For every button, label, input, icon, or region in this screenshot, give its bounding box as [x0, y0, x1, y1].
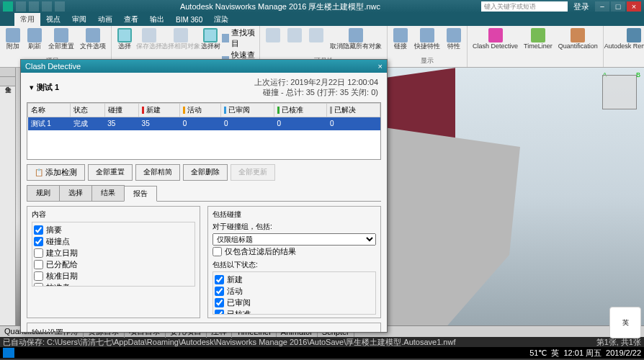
- app-menu-icon[interactable]: [3, 1, 13, 12]
- links-button[interactable]: 链接: [390, 27, 411, 51]
- selection-tree-button[interactable]: 选择树: [200, 27, 220, 51]
- tab-render[interactable]: 渲染: [208, 13, 234, 26]
- hide-unselected-button[interactable]: [306, 27, 326, 44]
- autosave-status: 已自动保存: C:\Users\清清七七\AppData\Roaming\Aut…: [3, 337, 455, 348]
- content-item-checkbox[interactable]: 建立日期: [34, 248, 193, 258]
- qat-redo-icon[interactable]: [42, 1, 52, 12]
- select-same-button[interactable]: 选择相同对象: [163, 27, 199, 51]
- tab-home[interactable]: 常用: [14, 13, 40, 26]
- status-item-checkbox[interactable]: 已核准: [215, 309, 374, 315]
- update-all-button[interactable]: 全部更新: [231, 164, 275, 181]
- content-item-checkbox[interactable]: 碰撞点: [34, 236, 193, 247]
- windows-taskbar: 51℃ 英 12:01 周五 2019/2/22: [0, 347, 644, 359]
- clash-col-header[interactable]: 活动: [180, 103, 221, 117]
- status-item-checkbox[interactable]: 已审阅: [215, 297, 374, 308]
- status-item-checkbox[interactable]: 活动: [215, 286, 374, 297]
- output-settings-fieldset: 输出设置 报告类型 当前测试 报告格式 HTML (表格) 保持结果高亮显示 写…: [27, 323, 381, 332]
- quantification-button[interactable]: Quantification: [556, 27, 600, 51]
- clash-col-header[interactable]: 已核准: [274, 103, 327, 117]
- tab-output[interactable]: 输出: [144, 13, 170, 26]
- maximize-button[interactable]: □: [611, 1, 625, 12]
- reset-all-tests-button[interactable]: 全部重置: [88, 164, 133, 181]
- save-selection-button[interactable]: 保存选择: [136, 27, 161, 51]
- collapse-icon[interactable]: ▾: [30, 83, 34, 92]
- clash-tests-table: 名称状态碰撞新建活动已审阅已核准已解决 测试 1完成35350000: [27, 102, 381, 160]
- find-items-button[interactable]: 查找项目: [222, 27, 256, 49]
- clash-group-select[interactable]: 仅限组标题: [213, 233, 376, 246]
- tray-date[interactable]: 2019/2/22: [606, 348, 641, 357]
- clash-detective-button[interactable]: Clash Detective: [470, 27, 520, 51]
- clash-tab-results[interactable]: 结果: [91, 185, 125, 201]
- add-test-button[interactable]: 📋 添加检测: [27, 164, 85, 181]
- append-button[interactable]: 附加: [3, 27, 23, 51]
- clash-tab-select[interactable]: 选择: [59, 185, 92, 201]
- ribbon-tabs: 常用 视点 审阅 动画 查看 输出 BIM 360 渲染: [0, 13, 644, 26]
- quick-properties-button[interactable]: 快捷特性: [412, 27, 442, 51]
- clash-summary: 碰撞 - 总计: 35 (打开: 35 关闭: 0): [254, 87, 378, 97]
- sidebar-tab-sets[interactable]: 集合: [0, 77, 15, 86]
- clash-tab-rules[interactable]: 规则: [27, 185, 60, 201]
- refresh-button[interactable]: 刷新: [24, 27, 45, 51]
- filter-only-checkbox[interactable]: 仅包含过滤后的结果: [213, 246, 376, 257]
- title-bar: Autodesk Navisworks Manage 2016 厚生楼土建模型.…: [0, 0, 644, 13]
- tab-viewpoint[interactable]: 视点: [40, 13, 66, 26]
- tray-ime[interactable]: 英: [551, 348, 559, 359]
- tab-animation[interactable]: 动画: [92, 13, 118, 26]
- clash-panel-close-icon[interactable]: ×: [378, 62, 383, 71]
- window-title: Autodesk Navisworks Manage 2016 厚生楼土建模型.…: [79, 1, 481, 12]
- left-sidebar: 选择树 集合: [0, 68, 16, 325]
- file-options-button[interactable]: 文件选项: [78, 27, 108, 51]
- viewcube[interactable]: [602, 75, 637, 109]
- minimize-button[interactable]: −: [595, 1, 609, 12]
- tray-time[interactable]: 12:01 周五: [563, 348, 601, 359]
- content-item-checkbox[interactable]: 已分配给: [34, 259, 193, 270]
- clash-col-header[interactable]: 已审阅: [221, 103, 274, 117]
- ime-avatar-float[interactable]: 英: [609, 307, 641, 338]
- clash-col-header[interactable]: 已解决: [327, 103, 380, 117]
- group-display-label: 显示: [390, 56, 464, 66]
- timeliner-button[interactable]: TimeLiner: [522, 27, 555, 51]
- clash-panel-title: Clash Detective: [25, 62, 81, 71]
- start-button[interactable]: [3, 348, 14, 358]
- content-item-checkbox[interactable]: 核准者: [34, 282, 193, 287]
- hide-button[interactable]: [263, 27, 283, 44]
- quick-access-toolbar: [3, 1, 65, 12]
- tab-view[interactable]: 查看: [118, 13, 144, 26]
- reset-all-button[interactable]: 全部重置: [46, 27, 76, 51]
- tab-bim360[interactable]: BIM 360: [170, 14, 208, 25]
- compact-all-button[interactable]: 全部精简: [135, 164, 180, 181]
- clash-col-header[interactable]: 名称: [28, 103, 71, 117]
- report-content-fieldset: 内容 摘要碰撞点建立日期已分配给核准日期核准者层名称项目路径项目 ID: [27, 206, 200, 318]
- clash-last-run: 上次运行: 2019年2月22日 12:00:04: [254, 77, 378, 87]
- content-item-checkbox[interactable]: 核准日期: [34, 271, 193, 282]
- clash-detective-panel: Clash Detective × ▾ 测试 1 上次运行: 2019年2月22…: [20, 59, 388, 333]
- properties-button[interactable]: 特性: [444, 27, 464, 51]
- clash-test-name: 测试 1: [37, 82, 59, 93]
- unhide-all-button[interactable]: 取消隐藏所有对象: [328, 27, 384, 51]
- tray-temp: 51℃: [529, 348, 547, 358]
- clash-col-header[interactable]: 碰撞: [104, 103, 138, 117]
- include-clashes-fieldset: 包括碰撞 对于碰撞组，包括: 仅限组标题 仅包含过滤后的结果 包括以下状态: 新…: [207, 206, 381, 318]
- login-link[interactable]: 登录: [568, 1, 595, 12]
- qat-save-icon[interactable]: [16, 1, 26, 12]
- tab-review[interactable]: 审阅: [66, 13, 92, 26]
- require-button[interactable]: [285, 27, 305, 44]
- autodesk-rendering-button[interactable]: Autodesk Rendering: [607, 27, 644, 51]
- clash-test-row[interactable]: 测试 1完成35350000: [28, 117, 380, 130]
- status-item-checkbox[interactable]: 新建: [215, 274, 374, 285]
- qat-undo-icon[interactable]: [29, 1, 39, 12]
- sidebar-tab-selection-tree[interactable]: 选择树: [0, 68, 15, 77]
- close-button[interactable]: ×: [627, 1, 641, 12]
- delete-all-button[interactable]: 全部删除: [183, 164, 228, 181]
- qat-open-icon[interactable]: [55, 1, 65, 12]
- clash-col-header[interactable]: 新建: [139, 103, 180, 117]
- status-bar: 已自动保存: C:\Users\清清七七\AppData\Roaming\Aut…: [0, 337, 644, 347]
- clash-col-header[interactable]: 状态: [71, 103, 104, 117]
- clash-tab-report[interactable]: 报告: [124, 186, 157, 202]
- help-search-input[interactable]: 键入关键字或短语: [481, 1, 568, 12]
- content-item-checkbox[interactable]: 摘要: [34, 225, 193, 235]
- select-button[interactable]: 选择: [115, 27, 135, 51]
